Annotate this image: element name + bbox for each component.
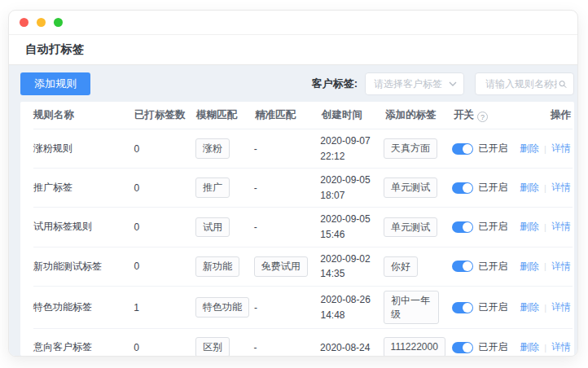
chevron-down-icon (449, 81, 457, 86)
action-separator: | (544, 343, 546, 353)
detail-link[interactable]: 详情 (551, 220, 571, 234)
header-created-at: 创建时间 (322, 108, 385, 122)
table-row: 新功能测试标签 0 新功能 免费试用 2020-09-02 14:35 你好 已… (33, 248, 573, 287)
close-window-button[interactable] (20, 18, 29, 27)
question-icon[interactable]: ? (477, 112, 488, 122)
page-title: 自动打标签 (25, 42, 85, 55)
header-rule-name: 规则名称 (33, 108, 134, 122)
detail-link[interactable]: 详情 (551, 260, 571, 274)
toggle-knob (463, 183, 472, 193)
search-icon (559, 79, 567, 90)
created-at: 2020-08-26 14:48 (320, 292, 384, 322)
rule-search-box (475, 72, 574, 95)
switch-status-label: 已开启 (479, 260, 508, 274)
minimize-window-button[interactable] (37, 18, 46, 27)
rule-switch-toggle[interactable] (452, 182, 473, 194)
rule-switch-toggle[interactable] (452, 261, 473, 272)
delete-link[interactable]: 删除 (520, 142, 539, 156)
switch-status-label: 已开启 (479, 340, 508, 354)
action-separator: | (544, 261, 546, 271)
rule-search-input[interactable] (484, 77, 559, 90)
detail-link[interactable]: 详情 (551, 181, 571, 195)
tagged-count: 1 (134, 302, 195, 313)
page-header: 自动打标签 (9, 35, 577, 65)
exact-match-value: - (254, 182, 321, 194)
maximize-window-button[interactable] (54, 18, 63, 27)
toggle-knob (463, 222, 472, 232)
toolbar: 添加规则 客户标签: 请选择客户标签 (20, 72, 574, 95)
action-separator: | (544, 183, 546, 193)
delete-link[interactable]: 删除 (520, 181, 539, 195)
added-tag: 天真方面 (384, 138, 437, 159)
rule-name: 特色功能标签 (33, 300, 134, 314)
content-area: 添加规则 客户标签: 请选择客户标签 规则名称 已打标签数 模糊匹配 精准匹配 (9, 65, 577, 356)
exact-match-value: - (254, 221, 321, 233)
tagged-count: 0 (134, 261, 195, 272)
table-header-row: 规则名称 已打标签数 模糊匹配 精准匹配 创建时间 添加的标签 开关? 操作 (33, 102, 573, 129)
rule-switch-toggle[interactable] (452, 221, 473, 233)
table-row: 特色功能标签 1 特色功能 - 2020-08-26 14:48 初中一年级 已… (33, 287, 573, 330)
header-fuzzy-match: 模糊匹配 (196, 108, 255, 122)
tagged-count: 0 (134, 182, 195, 194)
action-separator: | (544, 222, 546, 232)
select-placeholder: 请选择客户标签 (374, 77, 442, 91)
app-window: 自动打标签 添加规则 客户标签: 请选择客户标签 规则名称 已打标签数 模 (8, 10, 578, 357)
created-at: 2020-09-05 18:07 (320, 173, 384, 203)
switch-status-label: 已开启 (479, 300, 508, 314)
action-separator: | (544, 144, 546, 154)
delete-link[interactable]: 删除 (520, 260, 539, 274)
fuzzy-match-tag: 试用 (195, 217, 230, 238)
filter-controls: 客户标签: 请选择客户标签 (312, 72, 574, 95)
added-tag: 单元测试 (384, 177, 437, 198)
switch-status-label: 已开启 (479, 142, 508, 156)
fuzzy-match-tag: 特色功能 (195, 297, 249, 318)
header-switch: 开关? (454, 108, 522, 123)
fuzzy-match-tag: 涨粉 (195, 138, 230, 159)
created-at: 2020-09-05 15:46 (320, 212, 384, 242)
rule-name: 涨粉规则 (33, 142, 134, 156)
rule-name: 试用标签规则 (33, 220, 134, 234)
header-tagged-count: 已打标签数 (134, 108, 196, 122)
table-row: 推广标签 0 推广 - 2020-09-05 18:07 单元测试 已开启 删除… (33, 169, 573, 208)
fuzzy-match-tag: 新功能 (195, 256, 239, 277)
header-exact-match: 精准匹配 (255, 108, 322, 122)
tagged-count: 0 (134, 221, 195, 233)
added-tag: 111222000 (384, 337, 445, 356)
customer-tag-filter-label: 客户标签: (312, 77, 358, 91)
delete-link[interactable]: 删除 (520, 300, 539, 314)
fuzzy-match-tag: 推广 (195, 177, 230, 198)
switch-status-label: 已开启 (479, 181, 508, 195)
added-tag: 初中一年级 (384, 291, 439, 325)
customer-tag-select[interactable]: 请选择客户标签 (365, 72, 464, 95)
created-at: 2020-09-02 14:35 (320, 252, 384, 282)
delete-link[interactable]: 删除 (520, 220, 539, 234)
window-titlebar (9, 11, 577, 35)
table-row: 意向客户标签 0 区别 - 2020-08-24 111222000 已开启 删… (33, 329, 573, 356)
detail-link[interactable]: 详情 (551, 340, 571, 354)
detail-link[interactable]: 详情 (551, 142, 571, 156)
created-at: 2020-08-24 (320, 340, 384, 356)
add-rule-button[interactable]: 添加规则 (20, 72, 90, 95)
toggle-knob (463, 343, 472, 353)
rules-table: 规则名称 已打标签数 模糊匹配 精准匹配 创建时间 添加的标签 开关? 操作 涨… (20, 102, 574, 356)
toggle-knob (463, 303, 472, 313)
exact-match-tag: 免费试用 (254, 256, 308, 277)
toggle-knob (463, 261, 472, 271)
exact-match-value: - (254, 143, 321, 155)
rule-switch-toggle[interactable] (452, 143, 473, 155)
action-separator: | (544, 303, 546, 313)
exact-match-value: - (254, 302, 321, 313)
rule-switch-toggle[interactable] (452, 342, 473, 353)
table-row: 试用标签规则 0 试用 - 2020-09-05 15:46 单元测试 已开启 … (33, 208, 573, 247)
rule-name: 意向客户标签 (33, 340, 134, 354)
added-tag: 单元测试 (384, 217, 437, 238)
header-added-tags: 添加的标签 (385, 108, 454, 122)
detail-link[interactable]: 详情 (551, 300, 571, 314)
delete-link[interactable]: 删除 (520, 340, 539, 354)
created-at: 2020-09-07 22:12 (320, 134, 384, 164)
toggle-knob (463, 144, 472, 154)
rule-switch-toggle[interactable] (452, 302, 473, 313)
rule-name: 新功能测试标签 (33, 260, 134, 274)
exact-match-value: - (253, 342, 320, 353)
header-actions: 操作 (522, 108, 573, 122)
